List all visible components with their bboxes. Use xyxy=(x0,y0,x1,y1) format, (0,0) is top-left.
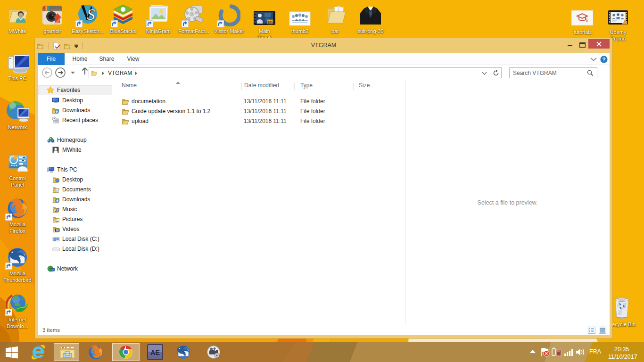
svg-text:AE: AE xyxy=(150,349,159,356)
svg-text:S: S xyxy=(87,6,95,23)
svg-text:321: 321 xyxy=(267,21,273,24)
svg-text:?: ? xyxy=(602,57,605,62)
